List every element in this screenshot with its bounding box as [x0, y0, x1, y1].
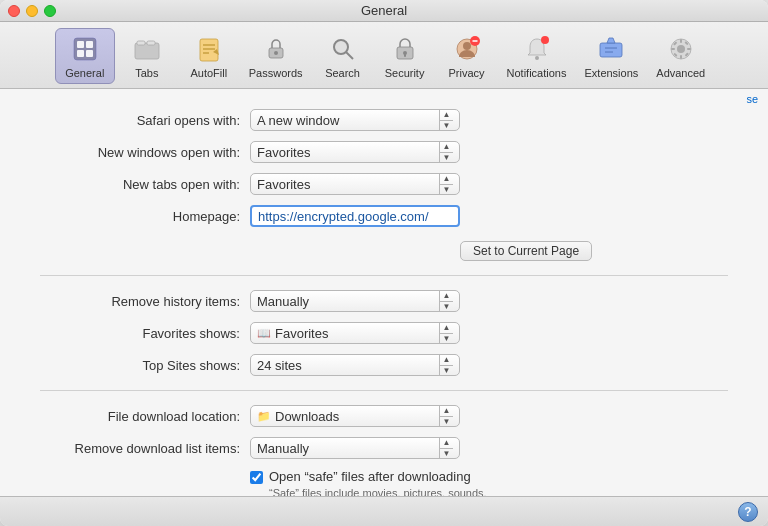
close-button[interactable]	[8, 5, 20, 17]
new-tabs-label: New tabs open with:	[40, 177, 240, 192]
toolbar-item-advanced[interactable]: Advanced	[648, 29, 713, 83]
toolbar-item-search[interactable]: Search	[313, 29, 373, 83]
toolbar-label-search: Search	[325, 67, 360, 79]
top-sites-value: 24 sites	[257, 358, 435, 373]
open-safe-files-checkbox[interactable]	[250, 471, 263, 484]
stepper-down-arrow[interactable]: ▼	[440, 153, 453, 163]
stepper-down-arrow[interactable]: ▼	[440, 121, 453, 131]
stepper-up-arrow[interactable]: ▲	[440, 323, 453, 334]
remove-download-label: Remove download list items:	[40, 441, 240, 456]
new-tabs-control: Favorites ▲ ▼	[250, 173, 460, 195]
file-download-row: File download location: 📁 Downloads ▲ ▼	[40, 405, 728, 427]
toolbar-label-general: General	[65, 67, 104, 79]
homepage-row: Homepage:	[40, 205, 728, 227]
remove-history-select[interactable]: Manually ▲ ▼	[250, 290, 460, 312]
top-sites-stepper[interactable]: ▲ ▼	[439, 355, 453, 375]
passwords-icon	[260, 33, 292, 65]
divider-2	[40, 390, 728, 391]
toolbar-label-tabs: Tabs	[135, 67, 158, 79]
remove-download-stepper[interactable]: ▲ ▼	[439, 438, 453, 458]
favorites-shows-stepper[interactable]: ▲ ▼	[439, 323, 453, 343]
homepage-label: Homepage:	[40, 209, 240, 224]
top-sites-select[interactable]: 24 sites ▲ ▼	[250, 354, 460, 376]
safari-opens-select[interactable]: A new window ▲ ▼	[250, 109, 460, 131]
file-download-select[interactable]: 📁 Downloads ▲ ▼	[250, 405, 460, 427]
new-tabs-row: New tabs open with: Favorites ▲ ▼	[40, 173, 728, 195]
new-windows-select[interactable]: Favorites ▲ ▼	[250, 141, 460, 163]
new-windows-control: Favorites ▲ ▼	[250, 141, 460, 163]
stepper-down-arrow[interactable]: ▼	[440, 449, 453, 459]
file-download-control: 📁 Downloads ▲ ▼	[250, 405, 460, 427]
safari-opens-stepper[interactable]: ▲ ▼	[439, 110, 453, 130]
homepage-control	[250, 205, 460, 227]
open-safe-files-row: Open “safe” files after downloading “Saf…	[250, 469, 728, 496]
toolbar-item-extensions[interactable]: Extensions	[576, 29, 646, 83]
favorites-shows-select[interactable]: 📖 Favorites ▲ ▼	[250, 322, 460, 344]
folder-icon: 📁	[257, 410, 271, 423]
minimize-button[interactable]	[26, 5, 38, 17]
open-safe-files-label: Open “safe” files after downloading	[269, 469, 499, 484]
stepper-up-arrow[interactable]: ▲	[440, 355, 453, 366]
set-current-page-button[interactable]: Set to Current Page	[460, 241, 592, 261]
remove-download-select[interactable]: Manually ▲ ▼	[250, 437, 460, 459]
toolbar-item-security[interactable]: Security	[375, 29, 435, 83]
svg-rect-6	[137, 41, 145, 45]
toolbar-item-autofill[interactable]: AutoFill	[179, 29, 239, 83]
help-button[interactable]: ?	[738, 502, 758, 522]
homepage-input[interactable]	[250, 205, 460, 227]
new-tabs-select[interactable]: Favorites ▲ ▼	[250, 173, 460, 195]
window-title: General	[361, 3, 407, 18]
stepper-down-arrow[interactable]: ▼	[440, 334, 453, 344]
svg-rect-34	[671, 48, 675, 50]
privacy-icon	[451, 33, 483, 65]
general-icon	[69, 33, 101, 65]
remove-download-value: Manually	[257, 441, 435, 456]
file-download-stepper[interactable]: ▲ ▼	[439, 406, 453, 426]
stepper-up-arrow[interactable]: ▲	[440, 142, 453, 153]
toolbar-label-advanced: Advanced	[656, 67, 705, 79]
file-download-value: Downloads	[275, 409, 435, 424]
favorites-shows-control: 📖 Favorites ▲ ▼	[250, 322, 460, 344]
stepper-down-arrow[interactable]: ▼	[440, 366, 453, 376]
new-windows-value: Favorites	[257, 145, 435, 160]
remove-history-row: Remove history items: Manually ▲ ▼	[40, 290, 728, 312]
svg-rect-35	[687, 48, 691, 50]
new-tabs-stepper[interactable]: ▲ ▼	[439, 174, 453, 194]
stepper-up-arrow[interactable]: ▲	[440, 438, 453, 449]
content-area: se Safari opens with: A new window ▲ ▼ N…	[0, 89, 768, 496]
svg-rect-5	[135, 43, 159, 59]
stepper-up-arrow[interactable]: ▲	[440, 406, 453, 417]
safari-opens-value: A new window	[257, 113, 435, 128]
toolbar-item-privacy[interactable]: Privacy	[437, 29, 497, 83]
autofill-icon	[193, 33, 225, 65]
divider-1	[40, 275, 728, 276]
stepper-down-arrow[interactable]: ▼	[440, 302, 453, 312]
remove-history-value: Manually	[257, 294, 435, 309]
stepper-up-arrow[interactable]: ▲	[440, 291, 453, 302]
toolbar-item-passwords[interactable]: Passwords	[241, 29, 311, 83]
stepper-up-arrow[interactable]: ▲	[440, 174, 453, 185]
open-safe-files-subtext: “Safe” files include movies, pictures, s…	[269, 486, 499, 496]
se-link[interactable]: se	[746, 93, 758, 105]
toolbar-item-tabs[interactable]: Tabs	[117, 29, 177, 83]
advanced-icon	[665, 33, 697, 65]
remove-history-stepper[interactable]: ▲ ▼	[439, 291, 453, 311]
toolbar-item-notifications[interactable]: Notifications	[499, 29, 575, 83]
title-bar: General	[0, 0, 768, 22]
svg-rect-2	[86, 41, 93, 48]
new-windows-stepper[interactable]: ▲ ▼	[439, 142, 453, 162]
svg-rect-3	[77, 50, 84, 57]
svg-point-15	[334, 40, 348, 54]
stepper-up-arrow[interactable]: ▲	[440, 110, 453, 121]
bottom-bar: ?	[0, 496, 768, 526]
book-icon: 📖	[257, 327, 271, 340]
new-tabs-value: Favorites	[257, 177, 435, 192]
stepper-down-arrow[interactable]: ▼	[440, 417, 453, 427]
svg-rect-1	[77, 41, 84, 48]
maximize-button[interactable]	[44, 5, 56, 17]
traffic-lights	[8, 5, 56, 17]
toolbar-item-general[interactable]: General	[55, 28, 115, 84]
svg-rect-32	[680, 39, 682, 43]
stepper-down-arrow[interactable]: ▼	[440, 185, 453, 195]
toolbar-label-privacy: Privacy	[449, 67, 485, 79]
